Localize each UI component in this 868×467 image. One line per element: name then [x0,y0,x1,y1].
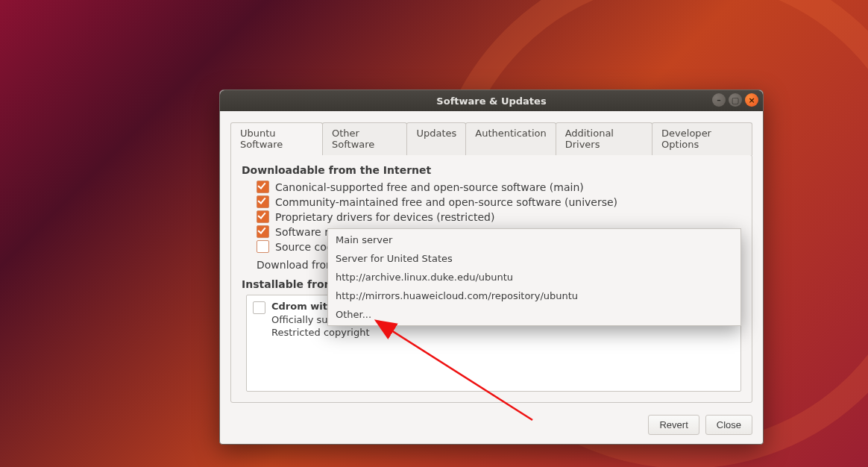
check-restricted-label: Proprietary drivers for devices (restric… [275,211,494,223]
check-source[interactable] [257,240,269,253]
window-title: Software & Updates [220,95,763,107]
menu-mirror-duke[interactable]: http://archive.linux.duke.edu/ubuntu [328,268,740,286]
close-window-button[interactable]: × [745,93,758,107]
download-from-menu: Main server Server for United States htt… [327,228,741,326]
dialog-footer: Revert Close [220,410,763,444]
tab-authentication[interactable]: Authentication [465,122,556,155]
tab-additional-drivers[interactable]: Additional Drivers [556,122,652,155]
tab-updates[interactable]: Updates [406,122,466,155]
check-multiverse[interactable] [257,225,269,238]
tab-bar: Ubuntu Software Other Software Updates A… [220,111,763,154]
minimize-button[interactable]: – [712,93,726,107]
tab-developer-options[interactable]: Developer Options [652,122,752,155]
check-universe-label: Community-maintained free and open-sourc… [275,196,617,208]
check-cdrom[interactable] [253,301,265,314]
close-button[interactable]: Close [705,415,752,435]
maximize-button[interactable]: ▢ [729,93,742,107]
cdrom-line3: Restricted copyright [271,326,496,339]
menu-mirror-huawei[interactable]: http://mirrors.huaweicloud.com/repositor… [328,286,740,305]
check-main-row: Canonical-supported free and open-source… [257,181,741,193]
check-universe-row: Community-maintained free and open-sourc… [257,195,741,208]
check-restricted[interactable] [257,210,269,223]
window-buttons: – ▢ × [712,93,758,107]
check-restricted-row: Proprietary drivers for devices (restric… [257,210,741,223]
tab-ubuntu-software[interactable]: Ubuntu Software [230,122,323,155]
titlebar: Software & Updates – ▢ × [220,90,763,111]
tab-other-software[interactable]: Other Software [322,122,407,155]
check-universe[interactable] [257,195,269,208]
menu-main-server[interactable]: Main server [328,231,740,249]
check-main[interactable] [257,181,269,193]
check-main-label: Canonical-supported free and open-source… [275,181,584,193]
menu-us-server[interactable]: Server for United States [328,249,740,268]
menu-other[interactable]: Other... [328,305,740,324]
revert-button[interactable]: Revert [648,415,699,435]
downloadable-header: Downloadable from the Internet [242,164,741,176]
